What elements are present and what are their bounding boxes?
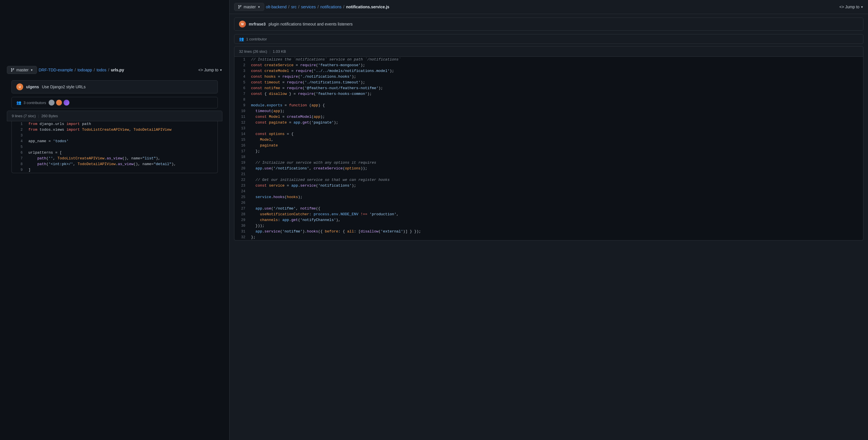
- line-num: 27: [235, 206, 249, 211]
- table-row: 16 paginate: [235, 143, 863, 148]
- left-contributors-label: 3 contributors: [24, 100, 46, 105]
- right-jump-to-button[interactable]: <> Jump to ▼: [839, 5, 863, 9]
- right-contributors-bar: 👥 1 contributor: [234, 34, 863, 44]
- line-num: 30: [235, 223, 249, 229]
- line-num: 9: [235, 102, 249, 108]
- right-sep1: /: [288, 5, 289, 9]
- contrib-avatar-1: [49, 99, 55, 106]
- table-row: 1 // Initializes the `notifications` ser…: [235, 57, 863, 62]
- line-num: 7: [12, 156, 26, 162]
- right-file-lines: 32 lines (26 sloc): [239, 49, 267, 54]
- left-breadcrumb-file: urls.py: [111, 68, 124, 72]
- contrib-avatar-2: [56, 99, 62, 106]
- line-num: 15: [235, 137, 249, 143]
- right-file-size: 1.03 KB: [273, 49, 286, 54]
- right-chevron-icon-2: ▼: [861, 5, 863, 9]
- table-row: 9 module.exports = function (app) {: [235, 102, 863, 108]
- line-num: 29: [235, 217, 249, 223]
- line-num: 21: [235, 171, 249, 177]
- line-code: const options = {: [249, 131, 863, 137]
- line-code: const hooks = require('./notifications.h…: [249, 74, 863, 80]
- line-num: 32: [235, 234, 249, 240]
- left-branch-button[interactable]: master ▼: [7, 66, 37, 74]
- line-code: from todos.views import TodoListCreateAP…: [26, 127, 217, 133]
- line-num: 5: [235, 80, 249, 85]
- line-code: const createService = require('feathers-…: [249, 62, 863, 68]
- line-code: [249, 125, 863, 131]
- line-code: path('', TodoListCreateAPIView.as_view()…: [26, 156, 217, 162]
- line-code: app_name = 'todos': [26, 139, 217, 144]
- line-code: [249, 97, 863, 102]
- table-row: 26: [235, 200, 863, 206]
- line-code: const paginate = app.get('paginate');: [249, 120, 863, 125]
- table-row: 32 };: [235, 234, 863, 240]
- right-sep2: /: [298, 5, 300, 9]
- table-row: 4 const hooks = require('./notifications…: [235, 74, 863, 80]
- line-num: 6: [12, 150, 26, 156]
- line-code: const service = app.service('notificatio…: [249, 183, 863, 188]
- line-num: 10: [235, 108, 249, 114]
- right-breadcrumb-path2[interactable]: services: [301, 5, 316, 9]
- table-row: 6 const notifme = require('@feathers-nux…: [235, 85, 863, 91]
- table-row: 9 ]: [12, 167, 217, 173]
- line-code: [249, 171, 863, 177]
- line-num: 1: [12, 121, 26, 127]
- left-contributors-bar: 👥 3 contributors: [11, 97, 218, 108]
- right-breadcrumb-path3[interactable]: notifications: [320, 5, 342, 9]
- right-branch-label: master: [244, 5, 256, 9]
- line-code: useNotificationCatcher: process.env.NODE…: [249, 211, 863, 217]
- line-num: 23: [235, 183, 249, 188]
- table-row: 10 timeout(app);: [235, 108, 863, 114]
- table-row: 11 const Model = createModel(app);: [235, 114, 863, 120]
- table-row: 8: [235, 97, 863, 102]
- line-code: };: [249, 148, 863, 154]
- left-breadcrumb-repo[interactable]: DRF-TDD-example: [39, 68, 73, 72]
- line-num: 6: [235, 85, 249, 91]
- right-breadcrumb-bar: master ▼ olt-backend / src / services / …: [229, 0, 868, 14]
- table-row: 21: [235, 171, 863, 177]
- table-row: 7 const { disallow } = require('feathers…: [235, 91, 863, 97]
- left-breadcrumb-path1[interactable]: todoapp: [78, 68, 92, 72]
- table-row: 20 app.use('/notifications', createServi…: [235, 166, 863, 171]
- table-row: 5 const timeout = require('./notificatio…: [235, 80, 863, 85]
- right-sep4: /: [343, 5, 344, 9]
- line-code: app.use('/notifme', notifme({: [249, 206, 863, 211]
- table-row: 22 // Get our initialized service so tha…: [235, 177, 863, 183]
- left-breadcrumb-path2[interactable]: todos: [97, 68, 106, 72]
- table-row: 3: [12, 133, 217, 139]
- right-commit-author: mrfrase3: [249, 22, 266, 26]
- line-code: [26, 144, 217, 150]
- line-code: app.service('notifme').hooks({ before: {…: [249, 229, 863, 234]
- line-code: module.exports = function (app) {: [249, 102, 863, 108]
- table-row: 1 from django.urls import path: [12, 121, 217, 127]
- table-row: 12 const paginate = app.get('paginate');: [235, 120, 863, 125]
- right-breadcrumb-path1[interactable]: src: [291, 5, 297, 9]
- table-row: 24: [235, 188, 863, 194]
- right-chevron-icon: ▼: [258, 5, 260, 9]
- table-row: 15 Model,: [235, 137, 863, 143]
- left-jump-to-button[interactable]: <> Jump to ▼: [198, 68, 222, 72]
- line-code: [249, 188, 863, 194]
- table-row: 13: [235, 125, 863, 131]
- chevron-down-icon: ▼: [30, 68, 33, 72]
- table-row: 14 const options = {: [235, 131, 863, 137]
- table-row: 30 }));: [235, 223, 863, 229]
- right-breadcrumb-repo[interactable]: olt-backend: [266, 5, 286, 9]
- table-row: 18: [235, 154, 863, 160]
- left-commit-author: ulgens: [26, 85, 39, 89]
- contrib-avatar-3: [63, 99, 70, 106]
- left-code-block: 1 from django.urls import path 2 from to…: [11, 121, 218, 173]
- left-sep3: /: [108, 68, 109, 72]
- right-branch-icon: [238, 5, 242, 9]
- line-code: // Initializes the `notifications` servi…: [249, 57, 863, 62]
- line-num: 24: [235, 188, 249, 194]
- left-breadcrumb-bar: master ▼ DRF-TDD-example / todoapp / tod…: [7, 63, 222, 77]
- line-num: 2: [235, 62, 249, 68]
- left-file-size: 260 Bytes: [41, 114, 58, 118]
- table-row: 8 path('<int:pk>/', TodoDetailAPIView.as…: [12, 162, 217, 167]
- line-num: 8: [12, 162, 26, 167]
- table-row: 31 app.service('notifme').hooks({ before…: [235, 229, 863, 234]
- table-row: 7 path('', TodoListCreateAPIView.as_view…: [12, 156, 217, 162]
- left-sep1: /: [75, 68, 76, 72]
- right-branch-button[interactable]: master ▼: [234, 3, 264, 11]
